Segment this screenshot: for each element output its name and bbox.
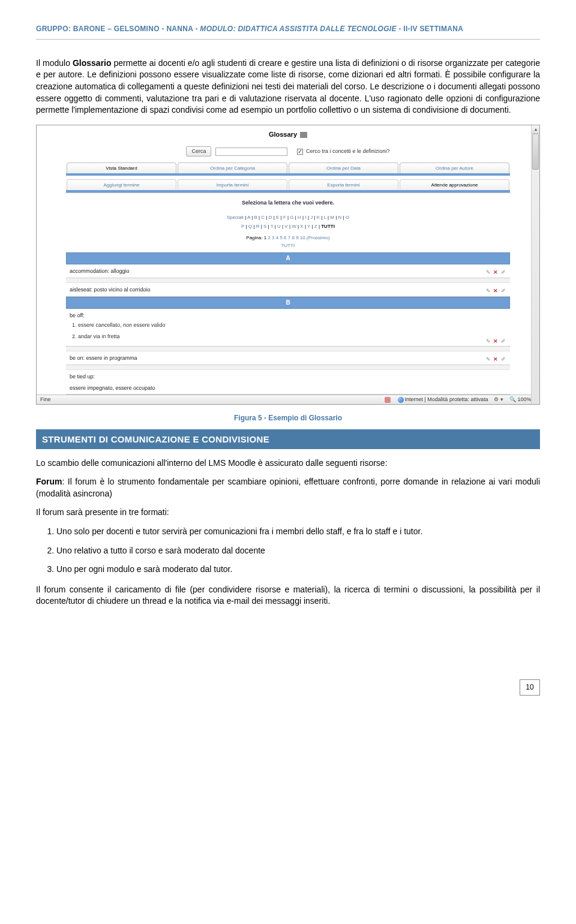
edit-icon[interactable]: ✐ bbox=[501, 356, 506, 363]
entry-term: be tied up: bbox=[70, 373, 506, 381]
entry-spacer bbox=[66, 347, 510, 351]
alpha-letter[interactable]: L bbox=[324, 215, 326, 220]
forum-list: Uno solo per docenti e tutor servirà per… bbox=[56, 526, 540, 576]
alpha-letter[interactable]: A bbox=[247, 215, 250, 220]
zoom-tools-icon[interactable]: ⚙ ▾ bbox=[494, 396, 503, 404]
alpha-letter[interactable]: F bbox=[283, 215, 286, 220]
tutti-link[interactable]: TUTTI bbox=[66, 242, 510, 252]
entry-def: essere cancellato, non essere valido bbox=[78, 321, 506, 329]
pagination-row: Pagina: 1 2 3 4 5 6 7 8 9 10 (Prossimo) bbox=[66, 231, 510, 242]
alpha-letter[interactable]: D bbox=[269, 215, 272, 220]
alpha-letter[interactable]: H bbox=[298, 215, 301, 220]
tab-ordina-autore[interactable]: Ordina per Autore bbox=[400, 162, 509, 173]
alpha-letter[interactable]: C bbox=[261, 215, 265, 220]
tab-aggiungi-termine[interactable]: Aggiungi termine bbox=[67, 179, 176, 190]
alpha-letter[interactable]: O bbox=[346, 215, 349, 220]
body-p3: Il forum sarà presente in tre formati: bbox=[36, 507, 540, 519]
alpha-tutti[interactable]: TUTTI bbox=[321, 224, 335, 229]
tab-importa-termini[interactable]: Importa termini bbox=[178, 179, 287, 190]
alpha-letter[interactable]: U bbox=[277, 224, 281, 229]
page-link[interactable]: 4 bbox=[276, 235, 278, 240]
delete-icon[interactable]: ✕ bbox=[493, 356, 499, 363]
alpha-letter[interactable]: T bbox=[271, 224, 274, 229]
list-item: Uno per ogni modulo e sarà moderato dal … bbox=[56, 564, 540, 576]
entry-action-icons: ✎ ✕ ✐ bbox=[486, 269, 506, 276]
scrollbar[interactable]: ▴ bbox=[531, 125, 539, 404]
figure-caption: Figura 5 - Esempio di Glossario bbox=[36, 413, 540, 423]
scroll-thumb[interactable] bbox=[532, 134, 539, 170]
entry-term: be on: essere in programma bbox=[70, 354, 506, 362]
delete-icon[interactable]: ✕ bbox=[493, 287, 499, 295]
alpha-letter[interactable]: S bbox=[263, 224, 266, 229]
tab-ordina-categoria[interactable]: Ordina per Categoria bbox=[178, 162, 287, 173]
alpha-letter[interactable]: I bbox=[305, 215, 306, 220]
alpha-letter[interactable]: Z bbox=[314, 224, 317, 229]
alpha-letter[interactable]: J bbox=[310, 215, 313, 220]
page-link[interactable]: 6 bbox=[284, 235, 286, 240]
list-item: Uno relativo a tutto il corso e sarà mod… bbox=[56, 545, 540, 557]
edit-icon[interactable]: ✐ bbox=[501, 269, 506, 276]
delete-icon[interactable]: ✕ bbox=[493, 269, 499, 276]
page-link[interactable]: 7 bbox=[288, 235, 290, 240]
page-header: GRUPPO: BARONE – GELSOMINO - NANNA - MOD… bbox=[36, 24, 540, 40]
page-link[interactable]: 3 bbox=[272, 235, 274, 240]
page-link[interactable]: 10 bbox=[300, 235, 305, 240]
alpha-letter[interactable]: G bbox=[290, 215, 293, 220]
tab-esporta-termini[interactable]: Esporta termini bbox=[289, 179, 398, 190]
page-link[interactable]: 5 bbox=[280, 235, 282, 240]
alpha-letter[interactable]: W bbox=[292, 224, 296, 229]
comment-icon[interactable]: ✎ bbox=[486, 356, 491, 363]
tab-vista-standard[interactable]: Vista Standard bbox=[67, 162, 176, 173]
alpha-letter[interactable]: V bbox=[284, 224, 287, 229]
status-left: Fine bbox=[40, 396, 51, 404]
tab-ordina-data[interactable]: Ordina per Data bbox=[289, 162, 398, 173]
alphabet-row-2: P | Q | R | S | T | U | V | W | X | Y | … bbox=[66, 222, 510, 231]
search-checkbox[interactable] bbox=[297, 149, 303, 155]
entry-spacer bbox=[66, 278, 510, 283]
alpha-letter[interactable]: K bbox=[317, 215, 320, 220]
body-p4: Il forum consente il caricamento di file… bbox=[36, 584, 540, 607]
search-input[interactable] bbox=[215, 148, 287, 156]
page-link[interactable]: 9 bbox=[296, 235, 298, 240]
alpha-letter[interactable]: N bbox=[338, 215, 342, 220]
alpha-letter[interactable]: X bbox=[300, 224, 303, 229]
search-button[interactable]: Cerca bbox=[186, 146, 211, 156]
alpha-letter[interactable]: Q bbox=[248, 224, 252, 229]
entry-action-icons: ✎ ✕ ✐ bbox=[486, 356, 506, 363]
alpha-letter[interactable]: E bbox=[276, 215, 279, 220]
glossary-entry: be on: essere in programma ✎ ✕ ✐ bbox=[66, 351, 510, 365]
alpha-letter[interactable]: R bbox=[256, 224, 260, 229]
page-link[interactable]: 2 bbox=[268, 235, 270, 240]
body-content: Lo scambio delle comunicazioni all'inter… bbox=[36, 458, 540, 607]
action-tabs: Aggiungi termine Importa termini Esporta… bbox=[66, 179, 510, 190]
alpha-letter[interactable]: Y bbox=[307, 224, 310, 229]
glossary-title-text: Glossary bbox=[269, 131, 297, 138]
edit-icon[interactable]: ✐ bbox=[501, 338, 506, 345]
entry-term: accommodation: alloggio bbox=[70, 267, 506, 275]
print-icon[interactable] bbox=[300, 132, 307, 138]
comment-icon[interactable]: ✎ bbox=[486, 338, 491, 345]
select-letter-label: Seleziona la lettera che vuoi vedere. bbox=[66, 192, 510, 213]
edit-icon[interactable]: ✐ bbox=[501, 287, 506, 295]
page-next[interactable]: (Prossimo) bbox=[307, 235, 330, 240]
alpha-speciali[interactable]: Speciali bbox=[227, 215, 244, 220]
glossary-entry: aisleseat: posto vicino al corridoio ✎ ✕… bbox=[66, 283, 510, 297]
scroll-up-icon[interactable]: ▴ bbox=[532, 125, 539, 134]
tab-attende-approvazione[interactable]: Attende approvazione bbox=[400, 179, 509, 190]
alpha-letter[interactable]: M bbox=[330, 215, 334, 220]
page-link[interactable]: 8 bbox=[292, 235, 294, 240]
alpha-letter[interactable]: B bbox=[254, 215, 257, 220]
delete-icon[interactable]: ✕ bbox=[493, 338, 499, 345]
glossary-entry: be off: essere cancellato, non essere va… bbox=[66, 309, 510, 347]
alphabet-row-1: Speciali | A | B | C | D | E | F | G | H… bbox=[66, 213, 510, 222]
search-checkbox-label: Cerco tra i concetti e le definizioni? bbox=[306, 148, 390, 154]
alpha-letter[interactable]: P bbox=[241, 224, 244, 229]
entry-def: andar via in fretta bbox=[78, 333, 506, 341]
glossary-screenshot: ▴ Glossary Cerca Cerco tra i concetti e … bbox=[36, 125, 540, 405]
comment-icon[interactable]: ✎ bbox=[486, 287, 491, 295]
entry-definitions: essere cancellato, non essere valido and… bbox=[78, 321, 506, 340]
comment-icon[interactable]: ✎ bbox=[486, 269, 491, 276]
shield-icon bbox=[385, 397, 391, 403]
browser-status-bar: Fine Internet | Modalità protetta: attiv… bbox=[37, 395, 539, 404]
section-heading: STRUMENTI DI COMUNICAZIONE E CONDIVISION… bbox=[36, 429, 540, 449]
